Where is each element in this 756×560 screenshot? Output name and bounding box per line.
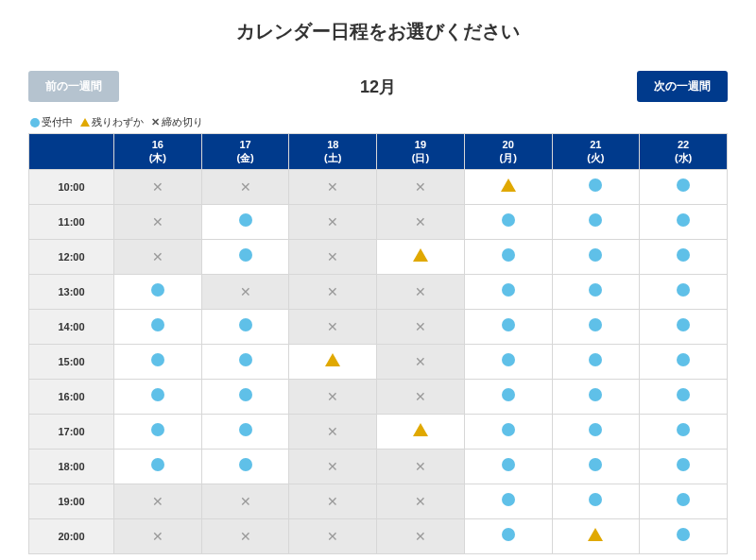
slot-cell[interactable] xyxy=(552,169,640,204)
slot-cell[interactable] xyxy=(552,484,640,518)
slot-cell: ✕ xyxy=(289,414,377,449)
slot-cell[interactable] xyxy=(640,309,728,344)
available-icon xyxy=(677,458,690,471)
slot-cell[interactable] xyxy=(464,204,552,239)
slot-cell[interactable] xyxy=(640,414,728,449)
available-icon xyxy=(589,388,602,401)
slot-cell[interactable] xyxy=(640,169,728,204)
available-icon xyxy=(589,458,602,471)
closed-icon: ✕ xyxy=(327,494,338,509)
available-icon xyxy=(589,283,602,297)
slot-cell[interactable] xyxy=(552,239,640,274)
slot-cell[interactable] xyxy=(640,484,728,518)
slot-cell[interactable] xyxy=(640,518,728,553)
slot-cell[interactable] xyxy=(464,379,552,414)
legend-few: 残りわずか xyxy=(80,115,144,129)
slot-cell: ✕ xyxy=(377,344,465,379)
slot-cell[interactable] xyxy=(201,379,289,414)
slot-cell[interactable] xyxy=(640,239,728,274)
slot-cell[interactable] xyxy=(552,344,640,379)
slot-cell[interactable] xyxy=(552,518,640,553)
slot-cell: ✕ xyxy=(114,169,202,204)
slot-cell[interactable] xyxy=(552,204,640,239)
slot-cell[interactable] xyxy=(464,449,552,484)
slot-cell[interactable] xyxy=(464,344,552,379)
slot-cell[interactable] xyxy=(640,344,728,379)
day-number: 19 xyxy=(415,139,426,150)
slot-cell[interactable] xyxy=(464,309,552,344)
slot-cell: ✕ xyxy=(114,204,202,239)
closed-icon: ✕ xyxy=(415,529,426,544)
time-label: 19:00 xyxy=(29,484,114,518)
slot-cell[interactable] xyxy=(552,414,640,449)
slot-cell[interactable] xyxy=(464,484,552,518)
closed-icon: ✕ xyxy=(415,459,426,474)
slot-cell[interactable] xyxy=(201,414,289,449)
slot-cell[interactable] xyxy=(640,274,728,309)
available-icon xyxy=(502,318,515,331)
available-icon xyxy=(589,353,602,366)
slot-cell[interactable] xyxy=(552,379,640,414)
slot-cell: ✕ xyxy=(201,169,289,204)
slot-cell[interactable] xyxy=(552,449,640,484)
legend-few-label: 残りわずか xyxy=(92,115,144,129)
slot-cell[interactable] xyxy=(640,204,728,239)
slot-cell[interactable] xyxy=(114,379,202,414)
slot-cell: ✕ xyxy=(114,484,202,518)
legend-closed: ✕ 締め切り xyxy=(151,115,203,129)
day-header: 20(月) xyxy=(464,134,552,170)
slot-cell[interactable] xyxy=(201,449,289,484)
slot-cell[interactable] xyxy=(640,449,728,484)
time-label: 20:00 xyxy=(29,518,114,553)
slot-cell[interactable] xyxy=(201,204,289,239)
closed-icon: ✕ xyxy=(152,494,163,509)
available-icon xyxy=(677,493,690,506)
prev-week-button[interactable]: 前の一週間 xyxy=(28,71,119,102)
few-icon xyxy=(413,423,428,436)
slot-cell[interactable] xyxy=(377,414,465,449)
slot-cell[interactable] xyxy=(201,344,289,379)
day-of-week: (木) xyxy=(149,152,166,163)
closed-icon: ✕ xyxy=(327,424,338,439)
slot-cell[interactable] xyxy=(464,274,552,309)
closed-icon: ✕ xyxy=(415,179,426,195)
slot-cell: ✕ xyxy=(289,484,377,518)
slot-cell[interactable] xyxy=(289,344,377,379)
slot-cell[interactable] xyxy=(114,309,202,344)
slot-cell[interactable] xyxy=(114,414,202,449)
slot-cell: ✕ xyxy=(289,204,377,239)
slot-cell[interactable] xyxy=(114,449,202,484)
slot-cell[interactable] xyxy=(552,274,640,309)
slot-cell[interactable] xyxy=(464,518,552,553)
available-icon xyxy=(151,458,164,471)
slot-cell[interactable] xyxy=(377,239,465,274)
day-of-week: (土) xyxy=(324,152,341,163)
slot-cell[interactable] xyxy=(464,239,552,274)
next-week-button[interactable]: 次の一週間 xyxy=(637,71,728,102)
closed-icon: ✕ xyxy=(415,389,426,404)
day-number: 20 xyxy=(503,139,514,150)
slot-cell[interactable] xyxy=(552,309,640,344)
slot-cell: ✕ xyxy=(377,204,465,239)
slot-cell[interactable] xyxy=(201,309,289,344)
time-label: 15:00 xyxy=(29,344,114,379)
few-icon xyxy=(501,178,516,192)
table-row: 18:00✕✕ xyxy=(29,449,728,484)
table-row: 17:00✕ xyxy=(29,414,728,449)
slot-cell: ✕ xyxy=(201,484,289,518)
time-label: 17:00 xyxy=(29,414,114,449)
slot-cell[interactable] xyxy=(201,239,289,274)
available-icon xyxy=(677,353,690,366)
slot-cell: ✕ xyxy=(114,239,202,274)
available-icon xyxy=(677,318,690,331)
legend-available: 受付中 xyxy=(30,115,73,129)
slot-cell[interactable] xyxy=(114,344,202,379)
slot-cell[interactable] xyxy=(464,414,552,449)
available-icon xyxy=(151,423,164,436)
slot-cell[interactable] xyxy=(464,169,552,204)
slot-cell[interactable] xyxy=(114,274,202,309)
slot-cell[interactable] xyxy=(640,379,728,414)
available-icon xyxy=(502,458,515,471)
available-icon xyxy=(589,248,602,262)
slot-cell: ✕ xyxy=(377,518,465,553)
